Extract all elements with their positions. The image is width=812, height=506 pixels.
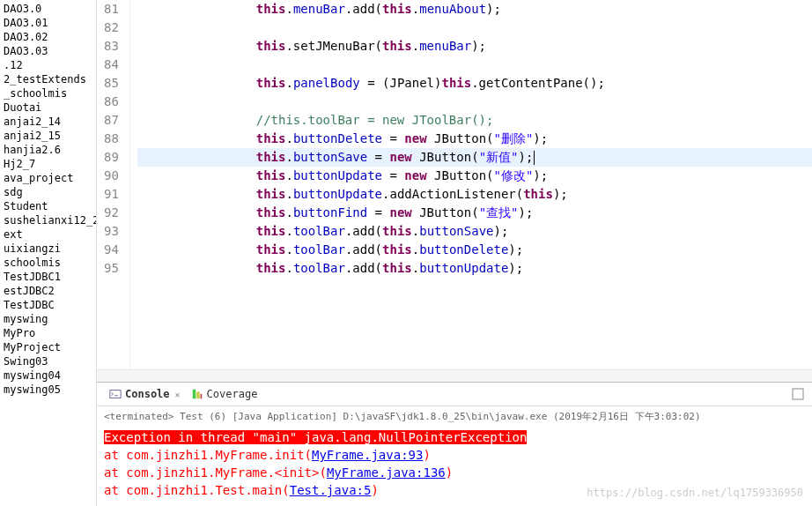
sidebar-item[interactable]: anjai2_15	[0, 129, 96, 143]
svg-rect-3	[200, 394, 202, 398]
sidebar-item[interactable]: .12	[0, 58, 96, 72]
sidebar-item[interactable]: TestJDBC1	[0, 270, 96, 284]
line-number: 88	[104, 130, 119, 148]
code-body[interactable]: this.menuBar.add(this.menuAbout); this.s…	[130, 0, 812, 369]
close-icon[interactable]: ✕	[175, 390, 181, 399]
code-line[interactable]: this.buttonUpdate = new JButton("修改");	[137, 167, 812, 185]
line-number: 85	[104, 74, 119, 93]
sidebar-item[interactable]: MyPro	[0, 326, 96, 340]
sidebar-item[interactable]: myswing04	[0, 368, 96, 383]
sidebar-item[interactable]: _schoolmis	[0, 86, 96, 100]
code-line[interactable]	[137, 56, 812, 74]
sidebar-item[interactable]: TestJDBC	[0, 298, 96, 312]
sidebar-item[interactable]: ext	[0, 227, 96, 242]
console-toolbar	[791, 387, 805, 401]
sidebar-item[interactable]: DAO3.03	[0, 44, 96, 58]
editor-horizontal-scrollbar[interactable]	[97, 369, 812, 382]
code-line[interactable]: this.toolBar.add(this.buttonUpdate);	[137, 259, 812, 278]
svg-rect-1	[192, 390, 196, 399]
line-number: 94	[104, 241, 119, 259]
sidebar-item[interactable]: sdg	[0, 185, 96, 199]
sidebar-item[interactable]: MyProject	[0, 340, 96, 354]
code-line[interactable]: this.toolBar.add(this.buttonDelete);	[137, 241, 812, 259]
line-number: 82	[104, 19, 119, 37]
sidebar-item[interactable]: sushelianxi12_21	[0, 213, 96, 227]
svg-rect-2	[196, 391, 200, 398]
code-line[interactable]: this.buttonSave = new JButton("新值");	[137, 148, 812, 167]
sidebar-item[interactable]: schoolmis	[0, 256, 96, 270]
sidebar-item[interactable]: hanjia2.6	[0, 143, 96, 157]
code-line[interactable]: this.panelBody = (JPanel)this.getContent…	[137, 74, 812, 93]
sidebar-item[interactable]: Duotai	[0, 100, 96, 115]
sidebar-item[interactable]: anjai2_14	[0, 115, 96, 129]
console-line: at com.jinzhi1.Test.main(Test.java:5)	[104, 481, 805, 499]
line-number: 84	[104, 56, 119, 74]
package-explorer[interactable]: DAO3.0DAO3.01DAO3.02DAO3.03.122_testExte…	[0, 0, 97, 506]
console-line: at com.jinzhi1.MyFrame.init(MyFrame.java…	[104, 446, 805, 464]
tab-coverage-label: Coverage	[207, 388, 258, 400]
bottom-tabs: Console ✕ Coverage	[97, 383, 812, 406]
tab-console-label: Console	[125, 388, 170, 400]
line-number: 87	[104, 111, 119, 130]
console-output[interactable]: Exception in thread "main" java.lang.Nul…	[97, 427, 812, 506]
stacktrace-link[interactable]: Test.java:5	[290, 483, 372, 497]
code-line[interactable]: this.toolBar.add(this.buttonSave);	[137, 222, 812, 241]
maximize-icon[interactable]	[791, 387, 805, 401]
stacktrace-link[interactable]: MyFrame.java:93	[312, 448, 423, 462]
console-icon	[109, 388, 122, 400]
sidebar-item[interactable]: 2_testExtends	[0, 72, 96, 86]
coverage-icon	[191, 388, 203, 400]
stacktrace-link[interactable]: MyFrame.java:136	[327, 465, 446, 480]
sidebar-item[interactable]: ava_project	[0, 171, 96, 185]
console-line: at com.jinzhi1.MyFrame.<init>(MyFrame.ja…	[104, 464, 805, 481]
line-number: 95	[104, 259, 119, 278]
code-line[interactable]	[137, 19, 812, 37]
sidebar-item[interactable]: Hj2_7	[0, 157, 96, 171]
code-line[interactable]: this.buttonDelete = new JButton("删除");	[137, 130, 812, 148]
code-line[interactable]: this.buttonUpdate.addActionListener(this…	[137, 185, 812, 204]
sidebar-item[interactable]: DAO3.02	[0, 30, 96, 44]
line-number: 92	[104, 204, 119, 222]
sidebar-item[interactable]: myswing	[0, 312, 96, 326]
code-line[interactable]: this.menuBar.add(this.menuAbout);	[137, 0, 812, 19]
code-line[interactable]: this.buttonFind = new JButton("查找");	[137, 204, 812, 222]
svg-rect-4	[793, 389, 803, 399]
sidebar-item[interactable]: Student	[0, 199, 96, 213]
main-area: 818283848586878889909192939495 this.menu…	[97, 0, 812, 506]
text-cursor	[534, 151, 535, 165]
svg-rect-0	[110, 391, 121, 398]
sidebar-item[interactable]: myswing05	[0, 383, 96, 397]
line-number: 83	[104, 37, 119, 56]
sidebar-item[interactable]: uixiangzi	[0, 242, 96, 256]
sidebar-item[interactable]: Swing03	[0, 354, 96, 368]
console-line: Exception in thread "main" java.lang.Nul…	[104, 428, 805, 446]
line-number: 93	[104, 222, 119, 241]
line-number: 81	[104, 0, 119, 19]
line-number: 89	[104, 148, 119, 167]
console-terminated-info: <terminated> Test (6) [Java Application]…	[97, 406, 812, 427]
sidebar-item[interactable]: DAO3.01	[0, 16, 96, 30]
tab-console[interactable]: Console ✕	[104, 386, 186, 402]
code-line[interactable]: this.setJMenuBar(this.menuBar);	[137, 37, 812, 56]
sidebar-item[interactable]: DAO3.0	[0, 2, 96, 16]
code-line[interactable]: //this.toolBar = new JToolBar();	[137, 111, 812, 130]
tab-coverage[interactable]: Coverage	[186, 386, 263, 402]
code-line[interactable]	[137, 93, 812, 111]
sidebar-item[interactable]: estJDBC2	[0, 284, 96, 298]
code-editor[interactable]: 818283848586878889909192939495 this.menu…	[97, 0, 812, 369]
line-gutter: 818283848586878889909192939495	[97, 0, 130, 369]
line-number: 91	[104, 185, 119, 204]
line-number: 90	[104, 167, 119, 185]
line-number: 86	[104, 93, 119, 111]
console-panel: Console ✕ Coverage <terminated> Test (6)…	[97, 382, 812, 506]
